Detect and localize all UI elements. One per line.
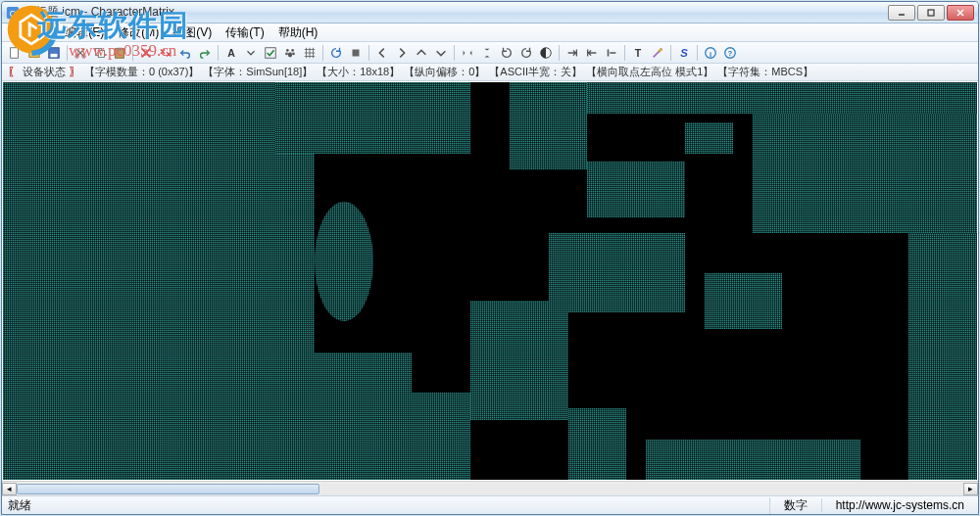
svg-point-20	[292, 52, 295, 55]
info-status-marker-end: 〗	[70, 65, 80, 79]
info-size: 【大小：18x18】	[317, 65, 400, 79]
svg-rect-14	[117, 47, 122, 50]
paw-icon[interactable]	[281, 44, 299, 62]
status-numlock: 数字	[769, 497, 821, 514]
status-url: http://www.jc-systems.cn	[821, 498, 978, 512]
arrow-dn-icon[interactable]	[432, 44, 450, 62]
app-icon: C	[6, 6, 20, 20]
svg-rect-16	[266, 47, 276, 58]
close-button[interactable]	[947, 5, 974, 21]
info-font: 【字体：SimSun[18]】	[203, 65, 313, 79]
delete-xx-icon[interactable]	[157, 44, 174, 62]
invert-icon[interactable]	[537, 44, 555, 62]
s-script-icon[interactable]: S	[675, 44, 693, 62]
separator	[624, 45, 625, 61]
wand-icon[interactable]	[649, 44, 666, 62]
svg-point-19	[285, 52, 288, 55]
scroll-track[interactable]	[17, 483, 963, 495]
help-icon[interactable]: ?	[721, 44, 739, 62]
svg-point-18	[291, 49, 294, 52]
status-ready: 就绪	[2, 497, 769, 514]
svg-point-17	[286, 49, 289, 52]
paste-icon[interactable]	[111, 44, 128, 62]
font-a-icon[interactable]: A	[222, 44, 240, 62]
redo-icon[interactable]	[196, 44, 214, 62]
grid-icon[interactable]	[301, 44, 318, 62]
text-t-icon[interactable]: T	[629, 44, 647, 62]
end-stop-icon[interactable]	[603, 44, 620, 62]
menu-transfer[interactable]: 传输(T)	[219, 23, 270, 42]
separator	[697, 45, 698, 61]
scroll-thumb[interactable]	[17, 484, 319, 494]
refresh-icon[interactable]	[327, 44, 345, 62]
menu-edit[interactable]: 编辑(E)	[58, 23, 111, 42]
flip-h-icon[interactable]	[459, 44, 476, 62]
undo-icon[interactable]	[176, 44, 194, 62]
window-title: 未标题.icm - CharacterMatrix	[24, 4, 888, 21]
delete-x-icon[interactable]	[137, 44, 155, 62]
info-charset: 【字符集：MBCS】	[717, 65, 813, 79]
character-matrix-canvas[interactable]	[3, 82, 977, 480]
separator	[670, 45, 671, 61]
copy-icon[interactable]	[91, 44, 109, 62]
menu-help[interactable]: 帮助(H)	[271, 23, 325, 42]
menu-view[interactable]: 视图(V)	[166, 23, 219, 42]
arrow-left-icon[interactable]	[373, 44, 391, 62]
info-ascii: 【ASCII半宽：关】	[489, 65, 582, 79]
info-device-status: 设备状态	[23, 65, 66, 79]
info-bar: 〖 设备状态 〗 【字模数量：0 (0x37)】 【字体：SimSun[18]】…	[2, 64, 978, 81]
toolbar: A T S i ?	[2, 42, 978, 64]
svg-text:C: C	[10, 8, 16, 18]
minimize-button[interactable]	[888, 5, 915, 21]
menubar: 文件(F) 编辑(E) 修改(M) 视图(V) 传输(T) 帮助(H)	[2, 23, 978, 42]
scroll-right-button[interactable]: ▸	[963, 483, 978, 495]
svg-text:A: A	[227, 46, 235, 58]
svg-rect-3	[928, 10, 934, 16]
flip-v-icon[interactable]	[478, 44, 496, 62]
menu-file[interactable]: 文件(F)	[6, 23, 58, 42]
separator	[322, 45, 323, 61]
svg-text:T: T	[635, 46, 642, 58]
cut-icon[interactable]	[72, 44, 89, 62]
check-icon[interactable]	[262, 44, 279, 62]
go-end-icon[interactable]	[564, 44, 581, 62]
arrow-right-icon[interactable]	[393, 44, 411, 62]
rotate-cw-icon[interactable]	[517, 44, 535, 62]
svg-rect-12	[98, 50, 104, 57]
separator	[454, 45, 455, 61]
separator	[559, 45, 560, 61]
svg-point-21	[288, 52, 292, 57]
canvas-area	[2, 81, 978, 481]
maximize-button[interactable]	[917, 5, 945, 21]
separator	[368, 45, 369, 61]
scroll-left-button[interactable]: ◂	[2, 483, 17, 495]
open-icon[interactable]	[25, 44, 43, 62]
info-voffset: 【纵向偏移：0】	[404, 65, 485, 79]
stop-icon[interactable]	[347, 44, 365, 62]
svg-rect-6	[11, 47, 19, 58]
info-mode: 【横向取点左高位 模式1】	[586, 65, 713, 79]
separator	[218, 45, 219, 61]
about-icon[interactable]: i	[702, 44, 719, 62]
rotate-ccw-icon[interactable]	[498, 44, 515, 62]
svg-text:S: S	[680, 46, 688, 58]
info-char-count: 【字模数量：0 (0x37)】	[84, 65, 199, 79]
separator	[132, 45, 133, 61]
arrow-down-icon[interactable]	[242, 44, 260, 62]
svg-text:?: ?	[728, 48, 733, 57]
titlebar: C 未标题.icm - CharacterMatrix	[2, 2, 978, 23]
arrow-up-icon[interactable]	[413, 44, 430, 62]
separator	[67, 45, 68, 61]
svg-text:i: i	[710, 49, 711, 58]
menu-modify[interactable]: 修改(M)	[111, 23, 166, 42]
svg-rect-22	[353, 49, 360, 56]
info-status-marker: 〖	[8, 65, 19, 79]
svg-rect-8	[51, 53, 58, 57]
statusbar: 就绪 数字 http://www.jc-systems.cn	[2, 495, 978, 514]
save-icon[interactable]	[45, 44, 63, 62]
new-icon[interactable]	[6, 44, 24, 62]
go-start-icon[interactable]	[583, 44, 601, 62]
horizontal-scrollbar[interactable]: ◂ ▸	[2, 481, 978, 495]
